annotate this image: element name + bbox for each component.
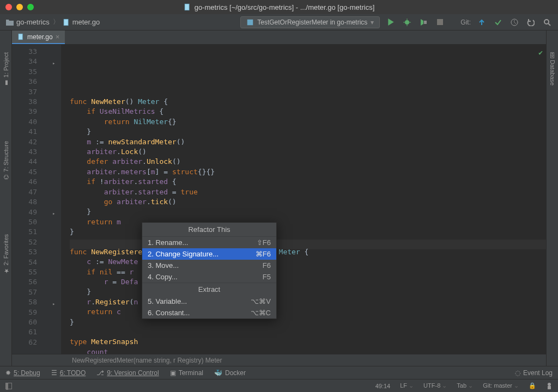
svg-rect-10 — [437, 19, 443, 25]
folder-icon — [5, 19, 14, 26]
svg-point-12 — [544, 20, 549, 24]
editor-tab-label: meter.go — [27, 33, 53, 41]
svg-rect-1 — [185, 4, 189, 10]
close-tab-icon[interactable]: × — [56, 33, 60, 41]
breakpoint-gutter[interactable] — [41, 45, 50, 354]
git-label: Git: — [460, 19, 471, 26]
window-title: go-metrics [~/go/src/go-metrics] - .../m… — [0, 3, 558, 11]
refactor-item-constant[interactable]: 6. Constant...⌥⌘C — [142, 307, 276, 318]
navigation-bar: go-metrics 〉 meter.go TestGetOrRegisterM… — [0, 14, 558, 30]
left-tool-window-stripe: ▮ 1: Project ⌬ 7: Structure ★ 2: Favorit… — [0, 30, 12, 366]
run-button[interactable] — [385, 17, 396, 28]
svg-rect-4 — [247, 19, 253, 25]
title-bar: go-metrics [~/go/src/go-metrics] - .../m… — [0, 0, 558, 14]
tool-window-debug[interactable]: ✸ 5: Debug — [5, 369, 40, 377]
go-file-icon — [63, 19, 70, 26]
breadcrumb-file[interactable]: meter.go — [63, 18, 100, 26]
refactor-this-popup: Refactor This 1. Rename...⇧F62. Change S… — [142, 222, 277, 319]
tool-window-project[interactable]: ▮ 1: Project — [2, 52, 9, 87]
status-bar: 49:14 LF ⌄ UTF-8 ⌄ Tab ⌄ Git: master ⌄ 🔒 — [0, 379, 558, 392]
tool-window-terminal[interactable]: ▣ Terminal — [170, 369, 203, 377]
run-with-coverage-button[interactable] — [418, 17, 429, 28]
vcs-update-button[interactable] — [476, 17, 487, 28]
refactor-item-copy[interactable]: 4. Copy...F5 — [142, 271, 276, 283]
popup-section-header: Extract — [142, 283, 276, 296]
svg-rect-3 — [64, 19, 68, 25]
main-area: ▮ 1: Project ⌬ 7: Structure ★ 2: Favorit… — [0, 30, 558, 366]
tool-window-todo[interactable]: ☰ 6: TODO — [51, 369, 86, 377]
run-configuration-selector[interactable]: TestGetOrRegisterMeter in go-metrics ▾ — [240, 16, 380, 28]
chevron-down-icon: ▾ — [371, 19, 374, 26]
status-line-separator[interactable]: LF ⌄ — [400, 382, 414, 389]
popup-title: Refactor This — [142, 223, 276, 237]
editor-tabs: meter.go × — [12, 30, 546, 45]
fold-gutter[interactable]: ▸▸▸ — [50, 45, 61, 354]
go-test-icon — [246, 19, 254, 26]
go-file-icon — [17, 33, 25, 40]
tool-window-structure[interactable]: ⌬ 7: Structure — [2, 141, 9, 180]
editor: meter.go × 33343536373839404142434445464… — [12, 30, 546, 366]
code-content[interactable]: ✔ func NewMeter() Meter { if UseNilMetri… — [61, 45, 546, 354]
tool-window-database[interactable]: 🗄 Database — [549, 52, 556, 85]
svg-rect-17 — [548, 386, 551, 389]
refactor-item-change-signature[interactable]: 2. Change Signature...⌘F6 — [142, 248, 276, 260]
right-tool-window-stripe: 🗄 Database — [546, 30, 558, 366]
svg-point-5 — [405, 20, 409, 24]
svg-rect-15 — [19, 34, 22, 40]
tool-window-vcs[interactable]: ⎇ 9: Version Control — [96, 369, 159, 377]
refactor-item-move[interactable]: 3. Move...F6 — [142, 260, 276, 271]
breadcrumb-separator: 〉 — [53, 17, 59, 27]
editor-tab[interactable]: meter.go × — [12, 30, 65, 44]
refactor-item-rename[interactable]: 1. Rename...⇧F6 — [142, 237, 276, 248]
editor-breadcrumb[interactable]: NewRegisteredMeter(name string, r Regist… — [12, 354, 546, 366]
go-file-icon — [184, 3, 191, 11]
breadcrumb-project[interactable]: go-metrics — [5, 18, 50, 26]
search-everywhere-button[interactable] — [542, 17, 553, 28]
vcs-history-button[interactable] — [509, 17, 520, 28]
status-hector-icon[interactable] — [546, 382, 553, 390]
bottom-tool-window-stripe: ✸ 5: Debug ☰ 6: TODO ⎇ 9: Version Contro… — [0, 366, 558, 379]
vcs-revert-button[interactable] — [525, 17, 536, 28]
status-git-branch[interactable]: Git: master ⌄ — [483, 382, 519, 389]
svg-line-13 — [548, 23, 550, 26]
debug-button[interactable] — [402, 17, 413, 28]
status-tool-windows-icon[interactable] — [5, 383, 12, 389]
tool-window-docker[interactable]: 🐳 Docker — [214, 369, 246, 377]
inspection-ok-icon: ✔ — [538, 48, 543, 58]
code-area[interactable]: 3334353637383940414243444546474849505152… — [12, 45, 546, 354]
status-caret-position[interactable]: 49:14 — [375, 383, 391, 389]
refactor-item-variable[interactable]: 5. Variable...⌥⌘V — [142, 296, 276, 307]
stop-button[interactable] — [434, 17, 445, 28]
tool-window-favorites[interactable]: ★ 2: Favorites — [2, 234, 9, 274]
status-readonly-icon[interactable]: 🔒 — [529, 382, 536, 389]
vcs-commit-button[interactable] — [493, 17, 504, 28]
tool-window-event-log[interactable]: ◌ Event Log — [515, 369, 553, 377]
status-indent[interactable]: Tab ⌄ — [457, 382, 473, 389]
status-encoding[interactable]: UTF-8 ⌄ — [423, 382, 447, 389]
line-numbers: 3334353637383940414243444546474849505152… — [12, 45, 41, 354]
svg-point-16 — [548, 383, 551, 386]
